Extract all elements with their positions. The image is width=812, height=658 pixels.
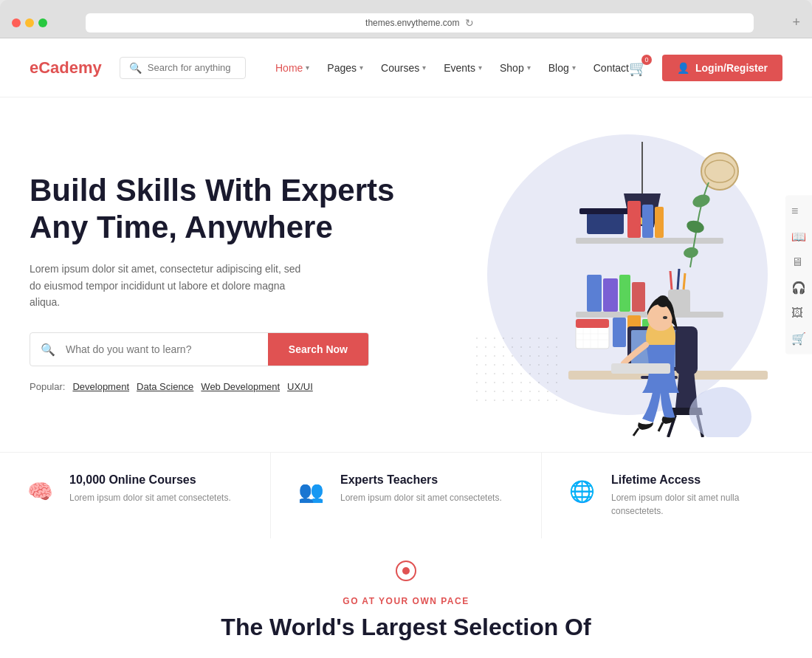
menu-icon[interactable]: ≡ [791,205,806,218]
feature-access-text: Lifetime Access Lorem ipsum dolor sit am… [611,473,790,518]
dot-inner [402,567,410,575]
tag-web-development[interactable]: Web Development [201,381,280,392]
nav-pages[interactable]: Pages ▾ [327,62,363,74]
hero-svg-illustration [413,127,768,437]
browser-dots [12,18,47,27]
headphone-icon[interactable]: 🎧 [791,281,806,295]
navbar-search-input[interactable] [148,62,236,73]
feature-courses-text: 10,000 Online Courses Lorem ipsum dolor … [69,473,231,504]
sidebar-icons: ≡ 📖 🖥 🎧 🖼 🛒 [785,196,812,354]
svg-line-19 [684,273,685,289]
svg-rect-10 [655,207,664,238]
svg-line-18 [678,269,679,289]
tag-uxui[interactable]: UX/UI [287,381,313,392]
svg-rect-3 [576,238,723,244]
feature-courses-desc: Lorem ipsum dolor sit amet consectetets. [69,491,231,504]
logo: eCademy [30,58,102,78]
book-icon[interactable]: 📖 [791,230,806,244]
page-content: eCademy 🔍 Home ▾ Pages ▾ Courses ▾ Event… [0,38,812,658]
chevron-down-icon: ▾ [527,64,531,72]
svg-point-24 [683,246,699,258]
search-icon: 🔍 [129,62,142,74]
browser-chrome: themes.envytheme.com ↻ + [0,0,812,38]
feature-courses-title: 10,000 Online Courses [69,473,231,487]
feature-access-desc: Lorem ipsum dolor sit amet nulla consect… [611,491,790,518]
hero-title: Build Skills With Experts Any Time, Anyw… [30,172,413,247]
logo-text: eCademy [30,58,102,77]
cart-badge: 0 [641,55,652,65]
chevron-down-icon: ▾ [306,64,309,72]
refresh-icon[interactable]: ↻ [465,17,474,29]
svg-point-22 [691,192,712,209]
svg-rect-13 [603,278,618,312]
cart-button[interactable]: 🛒 0 [629,59,647,77]
svg-rect-4 [587,212,624,234]
nav-right: 🛒 0 👤 Login/Register [629,55,782,81]
svg-rect-8 [627,201,641,238]
feature-card-access: 🌐 Lifetime Access Lorem ipsum dolor sit … [542,453,812,538]
svg-point-46 [663,316,667,319]
nav-events[interactable]: Events ▾ [444,62,482,74]
svg-rect-14 [619,275,630,312]
dot-yellow [25,18,34,27]
hero-search-input[interactable] [66,333,268,366]
url-text: themes.envytheme.com [365,18,459,28]
chevron-down-icon: ▾ [422,64,426,72]
nav-blog[interactable]: Blog ▾ [548,62,576,74]
access-icon: 🌐 [564,473,599,509]
feature-teachers-title: Experts Teachers [340,473,502,487]
login-register-button[interactable]: 👤 Login/Register [662,55,782,81]
svg-rect-5 [579,208,631,214]
nav-links: Home ▾ Pages ▾ Courses ▾ Events ▾ Shop ▾… [275,62,629,74]
hero-search-bar[interactable]: 🔍 Search Now [30,332,369,366]
image-icon[interactable]: 🖼 [791,306,806,320]
feature-teachers-desc: Lorem ipsum dolor sit amet consectetets. [340,491,502,504]
dot-green [38,18,47,27]
feature-teachers-text: Experts Teachers Lorem ipsum dolor sit a… [340,473,502,504]
new-tab-button[interactable]: + [792,15,800,30]
nav-contact[interactable]: Contact [593,62,629,74]
hero-illustration [413,127,768,437]
chevron-down-icon: ▾ [478,64,482,72]
svg-point-23 [685,219,705,235]
navbar-search[interactable]: 🔍 [120,57,246,79]
nav-home[interactable]: Home ▾ [275,62,309,74]
browser-url-bar[interactable]: themes.envytheme.com ↻ [86,13,754,32]
svg-point-45 [657,295,669,307]
search-now-button[interactable]: Search Now [268,333,368,366]
courses-icon: 🧠 [22,473,58,509]
svg-point-20 [701,153,738,190]
svg-rect-12 [587,275,602,312]
svg-line-48 [633,428,639,436]
chevron-down-icon: ▾ [359,64,363,72]
tag-data-science[interactable]: Data Science [137,381,193,392]
dots-pattern [472,334,561,408]
svg-line-17 [670,271,672,289]
feature-access-title: Lifetime Access [611,473,790,487]
hero-text: Build Skills With Experts Any Time, Anyw… [30,172,413,393]
features-section: 🧠 10,000 Online Courses Lorem ipsum dolo… [0,452,812,538]
svg-rect-47 [611,363,670,374]
svg-rect-32 [613,318,626,347]
hero-search-icon: 🔍 [30,343,66,357]
popular-label: Popular: [30,381,65,392]
section-bottom: GO AT YOUR OWN PACE The World's Largest … [0,538,812,658]
cart-sidebar-icon[interactable]: 🛒 [791,332,806,346]
monitor-icon[interactable]: 🖥 [791,256,806,269]
hero-section: Build Skills With Experts Any Time, Anyw… [0,97,812,452]
tag-development[interactable]: Development [72,381,129,392]
feature-card-teachers: 👥 Experts Teachers Lorem ipsum dolor sit… [271,453,542,538]
nav-shop[interactable]: Shop ▾ [500,62,531,74]
feature-card-courses: 🧠 10,000 Online Courses Lorem ipsum dolo… [0,453,271,538]
dot-indicator [396,561,416,581]
teachers-icon: 👥 [293,473,328,509]
svg-rect-26 [576,319,609,328]
svg-rect-9 [642,205,653,238]
navbar: eCademy 🔍 Home ▾ Pages ▾ Courses ▾ Event… [0,38,812,97]
section-tag: GO AT YOUR OWN PACE [30,596,782,606]
svg-rect-15 [632,282,645,312]
hero-subtitle: Lorem ipsum dolor sit amet, consectetur … [30,261,310,310]
nav-courses[interactable]: Courses ▾ [381,62,426,74]
chevron-down-icon: ▾ [572,64,576,72]
user-icon: 👤 [677,62,689,74]
